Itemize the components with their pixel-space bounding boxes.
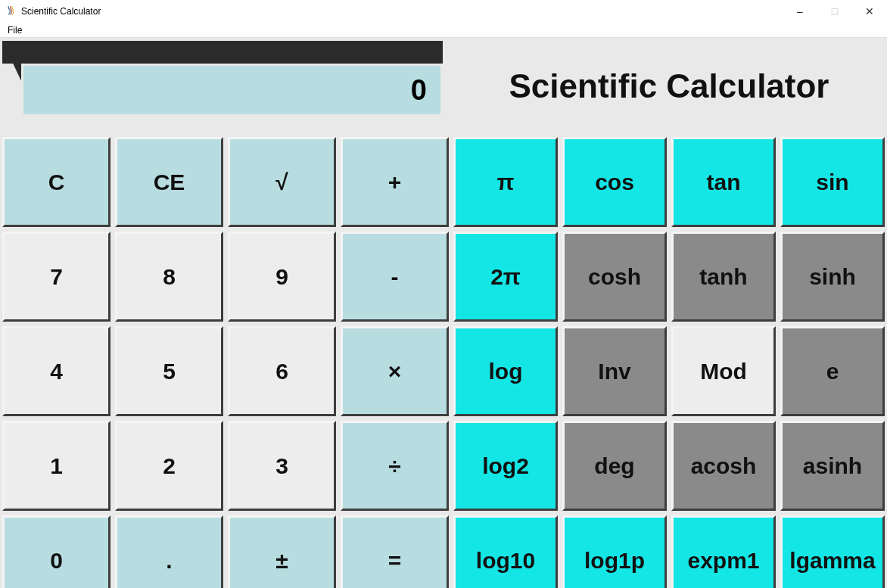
divide-button[interactable]: ÷ xyxy=(341,421,449,511)
sin-button[interactable]: sin xyxy=(780,137,885,227)
log1p-button[interactable]: log1p xyxy=(562,515,667,588)
maximize-icon: □ xyxy=(832,5,838,17)
right-panel: Scientific Calculator π cos tan sin 2π c… xyxy=(451,38,887,588)
page-title: Scientific Calculator xyxy=(451,38,887,135)
window-title: Scientific Calculator xyxy=(21,6,101,17)
two-pi-button[interactable]: 2π xyxy=(453,232,558,322)
log2-button[interactable]: log2 xyxy=(453,421,558,511)
digit-5-button[interactable]: 5 xyxy=(115,326,223,416)
digit-6-button[interactable]: 6 xyxy=(228,326,336,416)
clear-button[interactable]: C xyxy=(2,137,110,227)
digit-2-button[interactable]: 2 xyxy=(115,421,223,511)
minimize-button[interactable]: – xyxy=(783,0,817,23)
close-button[interactable]: ✕ xyxy=(852,0,887,23)
deg-button[interactable]: deg xyxy=(562,421,667,511)
cosh-button[interactable]: cosh xyxy=(562,232,667,322)
numeric-keypad: C CE √ + 7 8 9 - 4 5 6 × 1 2 3 ÷ 0 . ± = xyxy=(0,135,451,588)
digit-1-button[interactable]: 1 xyxy=(2,421,110,511)
acosh-button[interactable]: acosh xyxy=(671,421,776,511)
digit-3-button[interactable]: 3 xyxy=(228,421,336,511)
plus-button[interactable]: + xyxy=(341,137,449,227)
display-bezel-top xyxy=(2,41,443,64)
titlebar-left: Scientific Calculator xyxy=(6,5,101,18)
left-panel: 0 C CE √ + 7 8 9 - 4 5 6 × 1 2 3 ÷ 0 . xyxy=(0,38,451,588)
digit-8-button[interactable]: 8 xyxy=(115,232,223,322)
decimal-button[interactable]: . xyxy=(115,515,223,588)
digit-0-button[interactable]: 0 xyxy=(2,515,110,588)
digit-4-button[interactable]: 4 xyxy=(2,326,110,416)
digit-9-button[interactable]: 9 xyxy=(228,232,336,322)
menubar: File xyxy=(0,23,887,38)
minus-button[interactable]: - xyxy=(341,232,449,322)
menu-file[interactable]: File xyxy=(3,23,26,37)
calculator-display: 0 xyxy=(21,64,443,117)
log-button[interactable]: log xyxy=(453,326,558,416)
minimize-icon: – xyxy=(797,5,803,17)
display-value: 0 xyxy=(411,74,427,107)
tan-button[interactable]: tan xyxy=(671,137,776,227)
expm1-button[interactable]: expm1 xyxy=(671,515,776,588)
equals-button[interactable]: = xyxy=(341,515,449,588)
window-controls: – □ ✕ xyxy=(783,0,887,23)
sqrt-button[interactable]: √ xyxy=(228,137,336,227)
pi-button[interactable]: π xyxy=(453,137,558,227)
app-icon xyxy=(6,5,17,18)
plus-minus-button[interactable]: ± xyxy=(228,515,336,588)
window-titlebar: Scientific Calculator – □ ✕ xyxy=(0,0,887,23)
maximize-button[interactable]: □ xyxy=(817,0,852,23)
display-area: 0 xyxy=(0,38,451,135)
multiply-button[interactable]: × xyxy=(341,326,449,416)
app-body: 0 C CE √ + 7 8 9 - 4 5 6 × 1 2 3 ÷ 0 . xyxy=(0,38,887,588)
close-icon: ✕ xyxy=(865,5,874,17)
lgamma-button[interactable]: lgamma xyxy=(780,515,885,588)
e-button[interactable]: e xyxy=(780,326,885,416)
sinh-button[interactable]: sinh xyxy=(780,232,885,322)
digit-7-button[interactable]: 7 xyxy=(2,232,110,322)
inv-button[interactable]: Inv xyxy=(562,326,667,416)
tanh-button[interactable]: tanh xyxy=(671,232,776,322)
asinh-button[interactable]: asinh xyxy=(780,421,885,511)
cos-button[interactable]: cos xyxy=(562,137,667,227)
scientific-keypad: π cos tan sin 2π cosh tanh sinh log Inv … xyxy=(451,135,887,588)
log10-button[interactable]: log10 xyxy=(453,515,558,588)
clear-entry-button[interactable]: CE xyxy=(115,137,223,227)
mod-button[interactable]: Mod xyxy=(671,326,776,416)
